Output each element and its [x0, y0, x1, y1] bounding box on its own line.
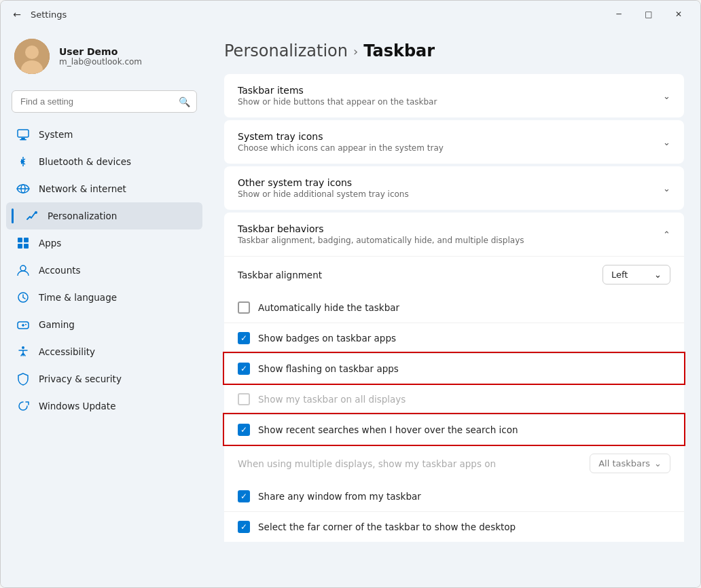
svg-point-14	[20, 265, 26, 271]
breadcrumb-current: Taskbar	[363, 41, 435, 60]
far-corner-row: ✓ Select the far corner of the taskbar t…	[224, 511, 684, 542]
sidebar-item-time[interactable]: Time & language	[6, 284, 202, 311]
show-badges-label: Show badges on taskbar apps	[258, 333, 670, 344]
sidebar-item-network-label: Network & internet	[39, 183, 126, 194]
sidebar-item-bluetooth-label: Bluetooth & devices	[39, 156, 131, 167]
sidebar-item-privacy-label: Privacy & security	[39, 373, 122, 384]
other-tray-chevron: ⌄	[663, 183, 670, 194]
sidebar-item-privacy[interactable]: Privacy & security	[6, 365, 202, 392]
show-flashing-checkbox[interactable]: ✓	[238, 363, 250, 375]
svg-point-20	[22, 346, 24, 349]
multi-display-row: When using multiple displays, show my ta…	[224, 445, 684, 481]
svg-point-1	[25, 45, 39, 59]
show-badges-checkmark: ✓	[240, 333, 247, 343]
accounts-icon	[16, 263, 31, 278]
sidebar-item-personalization-label: Personalization	[48, 210, 117, 221]
show-flashing-label: Show flashing on taskbar apps	[258, 363, 670, 374]
sidebar-item-update[interactable]: Windows Update	[6, 392, 202, 420]
taskbar-items-header[interactable]: Taskbar items Show or hide buttons that …	[224, 74, 684, 117]
maximize-button[interactable]: □	[635, 4, 662, 24]
share-window-checkmark: ✓	[240, 492, 247, 501]
sidebar-item-personalization[interactable]: Personalization	[6, 202, 202, 229]
taskbar-items-chevron: ⌄	[663, 91, 670, 101]
time-icon	[16, 290, 31, 305]
alignment-dropdown[interactable]: Left ⌄	[603, 265, 670, 284]
sidebar-item-bluetooth[interactable]: Bluetooth & devices	[6, 148, 202, 175]
gaming-icon	[16, 317, 31, 332]
taskbar-behaviors-subtitle: Taskbar alignment, badging, automaticall…	[238, 236, 524, 245]
window-title: Settings	[31, 10, 600, 20]
sidebar-item-network[interactable]: Network & internet	[6, 175, 202, 202]
sidebar-item-gaming[interactable]: Gaming	[6, 311, 202, 338]
user-email: m_lab@outlook.com	[59, 57, 142, 67]
multi-display-dropdown[interactable]: All taskbars ⌄	[590, 454, 670, 473]
multi-display-label: When using multiple displays, show my ta…	[238, 458, 496, 469]
share-window-row: ✓ Share any window from my taskbar	[224, 481, 684, 511]
sidebar-item-accounts[interactable]: Accounts	[6, 257, 202, 284]
sidebar-item-update-label: Windows Update	[39, 401, 115, 411]
taskbar-items-subtitle: Show or hide buttons that appear on the …	[238, 97, 437, 107]
share-window-checkbox[interactable]: ✓	[238, 490, 250, 502]
breadcrumb: Personalization › Taskbar	[224, 41, 684, 60]
taskbar-behaviors-info: Taskbar behaviors Taskbar alignment, bad…	[238, 223, 524, 245]
sidebar: User Demo m_lab@outlook.com 🔍 System	[1, 28, 208, 587]
sidebar-item-accounts-label: Accounts	[39, 265, 81, 276]
far-corner-checkmark: ✓	[240, 522, 247, 532]
avatar	[14, 39, 50, 74]
svg-rect-5	[20, 139, 26, 141]
network-icon	[16, 181, 31, 196]
user-info: User Demo m_lab@outlook.com	[59, 46, 142, 67]
taskbar-items-section: Taskbar items Show or hide buttons that …	[224, 74, 684, 117]
far-corner-checkbox[interactable]: ✓	[238, 521, 250, 533]
svg-rect-4	[21, 138, 25, 139]
search-input[interactable]	[12, 90, 197, 113]
show-badges-checkbox[interactable]: ✓	[238, 332, 250, 344]
system-tray-subtitle: Choose which icons can appear in the sys…	[238, 143, 444, 153]
nav-list: System Bluetooth & devices Network & int…	[1, 121, 208, 420]
other-tray-info: Other system tray icons Show or hide add…	[238, 177, 409, 199]
sidebar-item-system[interactable]: System	[6, 121, 202, 148]
taskbar-behaviors-header[interactable]: Taskbar behaviors Taskbar alignment, bad…	[224, 213, 684, 256]
system-tray-info: System tray icons Choose which icons can…	[238, 131, 444, 153]
accessibility-icon	[16, 344, 31, 359]
minimize-button[interactable]: ─	[605, 4, 632, 24]
svg-point-19	[25, 324, 26, 325]
auto-hide-row: Automatically hide the taskbar	[224, 293, 684, 323]
svg-rect-13	[24, 244, 29, 249]
taskbar-items-title: Taskbar items	[238, 85, 437, 96]
other-tray-title: Other system tray icons	[238, 177, 409, 188]
other-tray-section: Other system tray icons Show or hide add…	[224, 166, 684, 210]
system-tray-header[interactable]: System tray icons Choose which icons can…	[224, 120, 684, 164]
show-recent-searches-checkbox[interactable]: ✓	[238, 424, 250, 436]
privacy-icon	[16, 371, 31, 386]
alignment-label: Taskbar alignment	[238, 270, 322, 280]
sidebar-item-system-label: System	[39, 129, 73, 140]
sidebar-item-accessibility-label: Accessibility	[39, 346, 95, 357]
show-all-displays-label: Show my taskbar on all displays	[258, 394, 670, 405]
show-badges-row: ✓ Show badges on taskbar apps	[224, 323, 684, 353]
sidebar-item-accessibility[interactable]: Accessibility	[6, 338, 202, 365]
sidebar-item-apps[interactable]: Apps	[6, 229, 202, 257]
alignment-dropdown-chevron: ⌄	[654, 270, 662, 280]
show-all-displays-row: Show my taskbar on all displays	[224, 384, 684, 414]
update-icon	[16, 399, 31, 414]
close-button[interactable]: ✕	[665, 4, 692, 24]
personalization-icon	[24, 208, 39, 223]
apps-icon	[16, 236, 31, 251]
show-all-displays-checkbox[interactable]	[238, 393, 250, 405]
content-area: Personalization › Taskbar Taskbar items …	[208, 28, 700, 587]
show-flashing-row: ✓ Show flashing on taskbar apps	[224, 353, 684, 384]
auto-hide-label: Automatically hide the taskbar	[258, 302, 670, 313]
svg-point-9	[35, 211, 37, 214]
sidebar-item-time-label: Time & language	[39, 292, 117, 303]
system-tray-title: System tray icons	[238, 131, 444, 142]
other-tray-header[interactable]: Other system tray icons Show or hide add…	[224, 166, 684, 210]
user-name: User Demo	[59, 46, 142, 57]
breadcrumb-chevron: ›	[353, 44, 358, 58]
active-indicator	[12, 208, 14, 223]
back-button[interactable]: ←	[9, 6, 25, 22]
user-section[interactable]: User Demo m_lab@outlook.com	[1, 28, 208, 88]
auto-hide-checkbox[interactable]	[238, 301, 250, 314]
taskbar-behaviors-section: Taskbar behaviors Taskbar alignment, bad…	[224, 213, 684, 542]
search-box[interactable]: 🔍	[12, 90, 197, 113]
